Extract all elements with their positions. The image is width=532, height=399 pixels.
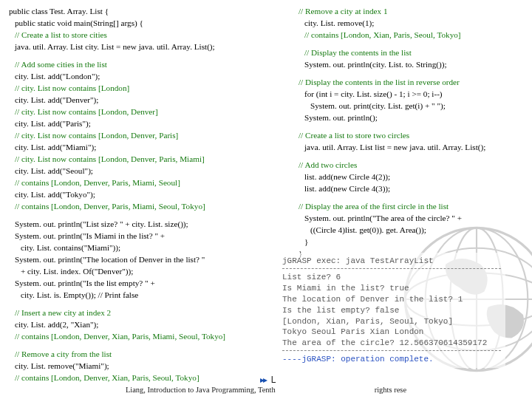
code-comment: // city. List now contains [London, Denv… [9, 130, 266, 140]
code-comment: // contains [London, Denver, Paris, Miam… [9, 177, 266, 188]
code-line: city. List. add("Denver"); [9, 95, 266, 105]
code-line: System. out. println("The location of De… [9, 254, 266, 265]
code-comment: // Create a list to store cities [9, 30, 266, 40]
code-line: public class Test. Array. List { [9, 6, 266, 16]
code-comment: // Display the contents in the list in r… [293, 77, 532, 87]
code-line: System. out. println("Is the list empty?… [9, 278, 266, 288]
code-line: city. List. add("London"); [9, 71, 266, 81]
console-line: [London, Xian, Paris, Seoul, Tokyo] [282, 316, 501, 327]
code-line: city. List. add("Seoul"); [9, 166, 266, 176]
code-line: city. List. add("Paris"); [9, 118, 266, 129]
code-line: for (int i = city. List. size() - 1; i >… [293, 89, 532, 99]
code-line: java. util. Array. List city. List = new… [9, 41, 266, 52]
left-column: public class Test. Array. List { public … [9, 6, 266, 384]
code-line: city. List. remove(1); [293, 18, 532, 28]
console-line: The area of the circle? 12.5663706143591… [282, 338, 501, 349]
code-comment: // Remove a city from the list [9, 349, 266, 359]
code-line: city. List. add("Miami"); [9, 142, 266, 152]
console-line: Tokyo Seoul Paris Xian London [282, 327, 501, 338]
console-line: Is the list empty? false [282, 305, 501, 316]
play-icon: ▸▸ [260, 375, 266, 385]
code-line: System. out. println(); [293, 112, 532, 123]
code-comment: // Create a list to store two circles [293, 130, 532, 140]
code-line: public static void main(String[] args) { [9, 18, 266, 28]
code-line: city. List. add(2, "Xian"); [9, 319, 266, 330]
marker-label: L [271, 375, 276, 385]
console-line: List size? 6 [282, 272, 501, 283]
code-line: System. out. print(city. List. get(i) + … [293, 100, 532, 111]
code-comment: // city. List now contains [London, Denv… [9, 106, 266, 117]
code-line: list. add(new Circle 4(2)); [293, 171, 532, 182]
code-comment: // contains [London, Denver, Paris, Miam… [9, 201, 266, 211]
code-line: list. add(new Circle 4(3)); [293, 183, 532, 194]
console-line: Is Miami in the list? true [282, 283, 501, 294]
code-line: city. List. is. Empty()); // Print false [9, 290, 266, 300]
code-comment: // contains [London, Denver, Xian, Paris… [9, 372, 266, 383]
code-comment: // Insert a new city at index 2 [9, 307, 266, 318]
console-line: ----jGRASP: operation complete. [282, 354, 501, 365]
code-line: System. out. println(city. List. to. Str… [293, 59, 532, 69]
code-comment: // city. List now contains [London, Denv… [9, 154, 266, 164]
code-line: city. List. add("Tokyo"); [9, 189, 266, 200]
console-line: jGRASP exec: java TestArrayList [282, 256, 501, 267]
code-comment: // contains [London, Xian, Paris, Seoul,… [293, 30, 532, 40]
footer-citation: Liang, Introduction to Java Programming,… [0, 385, 532, 395]
code-line: city. List. contains("Miami")); [9, 242, 266, 253]
console-line: The location of Denver in the list? 1 [282, 294, 501, 305]
code-comment: // city. List now contains [London] [9, 83, 266, 93]
code-comment: // Display the contents in the list [293, 47, 532, 58]
code-comment: // Display the area of the first circle … [293, 201, 532, 211]
code-line: System. out. println("List size? " + cit… [9, 219, 266, 229]
code-comment: // Add two circles [293, 160, 532, 170]
code-comment: // Add some cities in the list [9, 59, 266, 69]
console-output: jGRASP exec: java TestArrayList List siz… [278, 253, 505, 368]
code-line: + city. List. index. Of("Denver")); [9, 266, 266, 276]
playback-marker: ▸▸ L [260, 375, 276, 386]
code-line: java. util. Array. List list = new java.… [293, 142, 532, 152]
code-comment: // Remove a city at index 1 [293, 6, 532, 16]
code-comment: // contains [London, Denver, Xian, Paris… [9, 331, 266, 341]
code-line: System. out. println("Is Miami in the li… [9, 231, 266, 241]
code-line: city. List. remove("Miami"); [9, 361, 266, 371]
